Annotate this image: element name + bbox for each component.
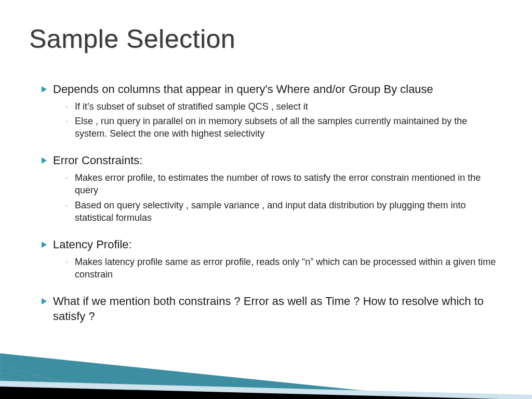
bullet-level2: ◦Makes error profile, to estimates the n…: [65, 171, 499, 197]
triangle-bullet-icon: [42, 153, 53, 164]
sub-bullet-text: Else , run query in parallel on in memor…: [75, 115, 499, 140]
sub-bullet-text: Makes latency profile same as error prof…: [75, 256, 499, 281]
sub-bullet-text: Makes error profile, to estimates the nu…: [75, 171, 499, 197]
decorative-triangles: [0, 331, 532, 399]
circle-bullet-icon: ◦: [65, 100, 75, 110]
triangle-bullet-icon: [42, 294, 53, 304]
bullet-text: What if we mention both constrains ? Err…: [53, 294, 499, 324]
sub-bullet-text: If it’s subset of subset of stratified s…: [75, 100, 308, 113]
bullet-level1: What if we mention both constrains ? Err…: [42, 294, 499, 324]
sub-bullet-text: Based on query selectivity , sample vari…: [75, 199, 499, 224]
bullet-level2: ◦Else , run query in parallel on in memo…: [65, 115, 499, 140]
slide-body: Depends on columns that appear in query'…: [42, 82, 499, 338]
bullet-level2: ◦Based on query selectivity , sample var…: [65, 199, 499, 224]
bullet-text: Latency Profile:: [53, 237, 132, 252]
slide: Sample Selection Depends on columns that…: [0, 0, 532, 399]
bullet-level1: Error Constraints:◦Makes error profile, …: [42, 153, 499, 224]
bullet-level2: ◦If it’s subset of subset of stratified …: [65, 100, 499, 113]
circle-bullet-icon: ◦: [65, 199, 75, 209]
bullet-level1: Latency Profile:◦Makes latency profile s…: [42, 237, 499, 281]
circle-bullet-icon: ◦: [65, 256, 75, 265]
svg-marker-0: [42, 86, 47, 92]
svg-marker-3: [42, 298, 47, 304]
slide-title: Sample Selection: [29, 24, 235, 54]
triangle-bullet-icon: [42, 82, 53, 92]
bullet-level2: ◦Makes latency profile same as error pro…: [65, 256, 499, 281]
svg-marker-2: [42, 242, 47, 248]
bullet-level1: Depends on columns that appear in query'…: [42, 82, 499, 140]
triangle-bullet-icon: [42, 237, 53, 248]
circle-bullet-icon: ◦: [65, 115, 75, 125]
bullet-text: Error Constraints:: [53, 153, 142, 168]
svg-marker-1: [42, 157, 47, 164]
circle-bullet-icon: ◦: [65, 171, 75, 181]
bullet-text: Depends on columns that appear in query'…: [53, 82, 433, 97]
